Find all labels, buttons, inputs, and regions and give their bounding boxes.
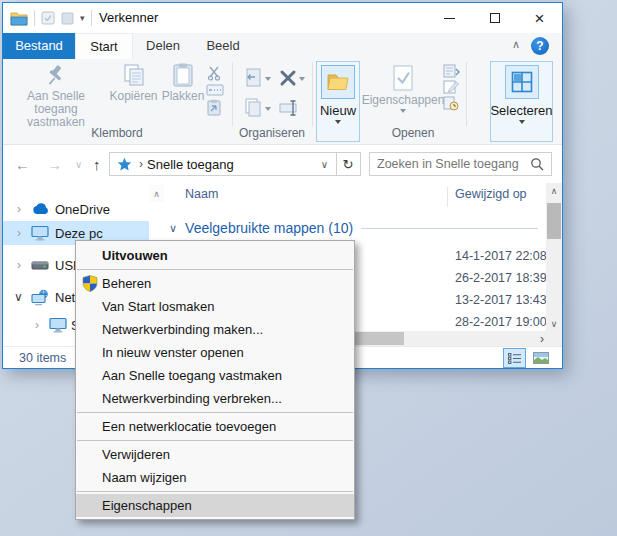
menu-item-aan-snelle-toegang-vastmaken[interactable]: Aan Snelle toegang vastmaken [76,364,354,387]
move-to-button[interactable] [243,67,271,89]
computer-icon [31,225,49,241]
menu-item-label: Uitvouwen [102,248,168,263]
help-button[interactable]: ? [531,37,549,55]
onedrive-cloud-icon [32,203,50,215]
search-box [369,152,552,176]
menu-item-label: Van Start losmaken [102,299,214,314]
refresh-icon: ↻ [343,157,354,172]
menu-item-netwerkverbinding-maken[interactable]: Netwerkverbinding maken... [76,318,354,341]
breadcrumb-location[interactable]: Snelle toegang [147,157,234,172]
copy-button[interactable]: Kopiëren [106,62,161,103]
sidebar-item-onedrive[interactable]: › OneDrive [3,197,149,221]
qat-new-folder-icon[interactable] [61,12,74,25]
breadcrumb-chevron-icon[interactable]: › [139,157,143,171]
menu-item-verwijderen[interactable]: Verwijderen [76,443,354,466]
menu-separator [77,412,353,413]
delete-dropdown-icon [299,77,305,81]
uac-shield-icon [82,275,98,292]
file-row-modified-date: 28-2-2017 19:00 [455,311,547,333]
column-header-gewijzigd-op[interactable]: Gewijzigd op [455,187,527,201]
scroll-down-icon[interactable]: ∨ [546,316,562,331]
chevron-right-icon[interactable]: › [35,318,39,332]
address-breadcrumb-box[interactable]: › Snelle toegang ∨ [109,152,337,176]
paste-icon [171,62,195,88]
tab-start[interactable]: Start [75,33,133,59]
cut-icon[interactable] [206,65,224,81]
menu-item-uitvouwen[interactable]: Uitvouwen [76,244,354,267]
scroll-right-icon[interactable]: › [540,331,544,346]
menu-separator [77,491,353,492]
details-view-icon [508,353,521,364]
recent-locations-icon[interactable]: ∨ [75,145,82,183]
chevron-down-icon[interactable]: ∨ [14,290,23,304]
sidebar-item-label: OneDrive [55,202,110,217]
vertical-scrollbar[interactable]: ∧ ∨ [546,183,562,331]
file-row-modified-date: 26-2-2017 18:39 [455,267,547,289]
refresh-button[interactable]: ↻ [336,152,361,176]
search-icon[interactable] [530,157,544,171]
quick-access-toolbar: ▾ [10,3,92,33]
new-button-label: Nieuw [320,103,356,118]
edit-icon[interactable] [443,80,459,94]
back-icon[interactable]: ← [15,145,30,183]
new-button[interactable]: Nieuw [316,61,360,142]
copy-to-button[interactable] [243,97,271,119]
copy-path-icon[interactable] [206,84,224,96]
menu-item-eigenschappen[interactable]: Eigenschappen [76,494,354,517]
menu-item-beheren[interactable]: Beheren [76,272,354,295]
copy-to-icon [243,97,263,119]
paste-button[interactable]: Plakken [161,62,205,103]
items-count: 30 items [19,347,66,369]
sidebar-scroll-up-icon[interactable]: ∧ [149,185,164,202]
delete-button[interactable] [279,69,305,87]
paste-button-label: Plakken [162,90,205,103]
file-row-modified-date: 13-2-2017 13:43 [455,289,547,311]
copy-to-dropdown-icon [265,107,271,111]
column-divider[interactable] [447,187,448,207]
minimize-button[interactable] [427,3,472,33]
select-button-label: Selecteren [490,103,552,118]
maximize-icon [490,13,500,23]
properties-button[interactable]: Eigenschappen [365,64,441,113]
tab-bestand[interactable]: Bestand [3,33,75,59]
search-input[interactable] [370,157,530,171]
rename-button[interactable] [279,99,301,117]
menu-item-label: In nieuw venster openen [102,345,244,360]
history-icon[interactable] [443,96,459,111]
menu-item-in-nieuw-venster-openen[interactable]: In nieuw venster openen [76,341,354,364]
group-header-frequent-folders[interactable]: ∨ Veelgebruikte mappen (10) [169,217,538,239]
chevron-right-icon[interactable]: › [17,202,21,216]
ribbon-separator [232,62,233,126]
tab-delen[interactable]: Delen [133,33,193,59]
menu-item-label: Een netwerklocatie toevoegen [102,419,276,434]
qat-customize-dropdown-icon[interactable]: ▾ [80,14,85,23]
properties-button-label: Eigenschappen [362,94,445,107]
maximize-button[interactable] [472,3,517,33]
select-button[interactable]: Selecteren [490,61,553,142]
details-view-button[interactable] [503,348,526,368]
chevron-right-icon[interactable]: › [17,226,21,240]
easy-access-icon[interactable] [443,64,461,78]
paste-shortcut-icon[interactable] [206,99,222,117]
tab-beeld[interactable]: Beeld [193,33,253,59]
collapse-ribbon-icon[interactable]: ∧ [512,38,520,51]
menu-item-een-netwerklocatie-toevoegen[interactable]: Een netwerklocatie toevoegen [76,415,354,438]
column-header-naam[interactable]: Naam [185,187,218,201]
thumbnail-view-button[interactable] [529,348,552,368]
forward-icon[interactable]: → [47,145,62,183]
chevron-right-icon[interactable]: › [17,258,21,272]
up-icon[interactable]: ↑ [93,145,101,183]
scroll-up-icon[interactable]: ∧ [546,183,562,198]
menu-item-naam-wijzigen[interactable]: Naam wijzigen [76,466,354,489]
menu-item-netwerkverbinding-verbreken[interactable]: Netwerkverbinding verbreken... [76,387,354,410]
group-collapse-icon[interactable]: ∨ [169,222,177,235]
title-bar: ▾ Verkenner × [3,3,562,33]
group-header-label: Veelgebruikte mappen (10) [185,220,353,236]
pin-to-quick-access-button[interactable]: Aan Snelle toegangvastmaken [7,62,105,129]
vertical-scrollbar-thumb[interactable] [547,203,561,239]
menu-item-van-start-losmaken[interactable]: Van Start losmaken [76,295,354,318]
qat-properties-icon[interactable] [41,11,55,25]
address-dropdown-icon[interactable]: ∨ [321,159,328,170]
network-icon [31,289,49,306]
close-button[interactable]: × [517,3,562,33]
